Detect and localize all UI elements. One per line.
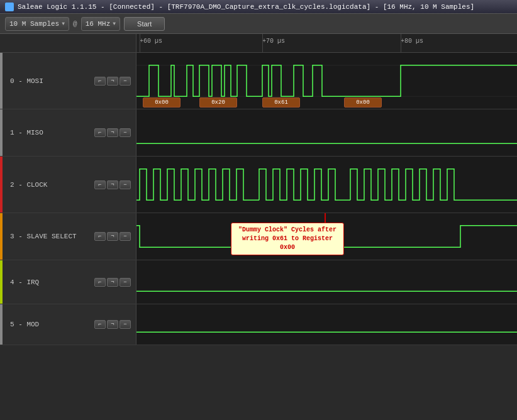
ctrl-fall-slave[interactable]: ¬ <box>107 232 118 241</box>
channel-controls-irq: ⌐ ¬ − <box>94 278 131 287</box>
annotation-text: "Dummy Clock" Cycles afterwriting 0x61 t… <box>238 226 336 251</box>
ctrl-minus-miso[interactable]: − <box>120 128 131 137</box>
color-bar-mosi <box>0 53 3 109</box>
freq-label: 16 MHz <box>86 20 111 28</box>
channel-wave-irq <box>136 260 517 304</box>
mosi-waveform <box>136 53 517 109</box>
time-label-80: +80 µs <box>401 38 423 45</box>
decode-mosi-0x20: 0x20 <box>199 97 237 108</box>
channel-row-irq: 4 - IRQ ⌐ ¬ − <box>0 260 517 304</box>
ctrl-fall-mosi[interactable]: ¬ <box>107 77 118 86</box>
ctrl-fall-clock[interactable]: ¬ <box>107 180 118 189</box>
channel-label-mod: 5 - MOD ⌐ ¬ − <box>0 304 136 345</box>
channel-wave-mosi: 0x00 0x20 0x61 0x00 <box>136 53 517 109</box>
color-bar-mod <box>0 304 3 345</box>
channel-name-mosi: 0 - MOSI <box>10 77 92 85</box>
channel-label-irq: 4 - IRQ ⌐ ¬ − <box>0 260 136 304</box>
color-bar-clock <box>0 157 3 213</box>
ctrl-rise-mod[interactable]: ⌐ <box>94 320 106 329</box>
title-text: Saleae Logic 1.1.15 - [Connected] - [TRF… <box>18 3 474 11</box>
channel-name-slave-select: 3 - SLAVE SELECT <box>10 233 92 240</box>
channel-name-mod: 5 - MOD <box>10 321 92 328</box>
freq-dropdown-arrow: ▼ <box>113 21 116 26</box>
channel-row-mod: 5 - MOD ⌐ ¬ − <box>0 304 517 345</box>
ctrl-minus-mod[interactable]: − <box>120 320 131 329</box>
irq-waveform <box>136 260 517 304</box>
channel-controls-mod: ⌐ ¬ − <box>94 320 131 329</box>
decode-mosi-0x00-2: 0x00 <box>344 97 382 108</box>
channel-label-slave-select: 3 - SLAVE SELECT ⌐ ¬ − <box>0 213 136 260</box>
samples-dropdown[interactable]: 10 M Samples ▼ <box>5 17 69 31</box>
start-button[interactable]: Start <box>124 17 165 31</box>
channel-label-mosi: 0 - MOSI ⌐ ¬ − <box>0 53 136 109</box>
miso-waveform <box>136 109 517 156</box>
channel-controls-mosi: ⌐ ¬ − <box>94 77 131 86</box>
timeline-header: +60 µs +70 µs +80 µs <box>136 34 517 53</box>
ctrl-fall-irq[interactable]: ¬ <box>107 278 118 287</box>
ctrl-minus-irq[interactable]: − <box>120 278 131 287</box>
channel-name-clock: 2 - CLOCK <box>10 181 92 189</box>
channel-wave-slave-select: "Dummy Clock" Cycles afterwriting 0x61 t… <box>136 213 517 260</box>
channel-label-clock: 2 - CLOCK ⌐ ¬ − <box>0 157 136 213</box>
ctrl-minus-clock[interactable]: − <box>120 180 131 189</box>
ctrl-fall-miso[interactable]: ¬ <box>107 128 118 137</box>
channel-controls-clock: ⌐ ¬ − <box>94 180 131 189</box>
ctrl-rise-mosi[interactable]: ⌐ <box>94 77 106 86</box>
title-bar: Saleae Logic 1.1.15 - [Connected] - [TRF… <box>0 0 517 14</box>
time-tick-80 <box>401 34 401 53</box>
channel-label-miso: 1 - MISO ⌐ ¬ − <box>0 109 136 156</box>
channel-wave-miso <box>136 109 517 156</box>
channels-container: 0 - MOSI ⌐ ¬ − 0x00 <box>0 53 517 420</box>
freq-dropdown[interactable]: 16 MHz ▼ <box>81 17 120 31</box>
ctrl-rise-clock[interactable]: ⌐ <box>94 180 106 189</box>
mod-waveform <box>136 304 517 345</box>
samples-dropdown-arrow: ▼ <box>62 21 65 26</box>
channel-name-miso: 1 - MISO <box>10 129 92 136</box>
ctrl-rise-slave[interactable]: ⌐ <box>94 232 106 241</box>
ctrl-minus-slave[interactable]: − <box>120 232 131 241</box>
time-tick-70 <box>262 34 263 53</box>
channel-controls-slave-select: ⌐ ¬ − <box>94 232 131 241</box>
channel-controls-miso: ⌐ ¬ − <box>94 128 131 137</box>
channel-row-mosi: 0 - MOSI ⌐ ¬ − 0x00 <box>0 53 517 109</box>
time-label-60: +60 µs <box>140 38 162 45</box>
at-symbol: @ <box>73 20 77 28</box>
ctrl-minus-mosi[interactable]: − <box>120 77 131 86</box>
color-bar-irq <box>0 260 3 304</box>
channel-row-miso: 1 - MISO ⌐ ¬ − <box>0 109 517 157</box>
main-area: 0 - MOSI ⌐ ¬ − 0x00 <box>0 53 517 420</box>
channel-name-irq: 4 - IRQ <box>10 279 92 286</box>
channel-wave-clock <box>136 157 517 213</box>
color-bar-slave-select <box>0 213 3 260</box>
clock-waveform <box>136 157 517 213</box>
color-bar-miso <box>0 109 3 156</box>
timeline-spacer <box>0 34 136 52</box>
channel-row-clock: 2 - CLOCK ⌐ ¬ − <box>0 157 517 213</box>
decode-mosi-0x00-1: 0x00 <box>143 97 181 108</box>
channel-row-slave-select: 3 - SLAVE SELECT ⌐ ¬ − "Dummy Clock" Cyc… <box>0 213 517 260</box>
ctrl-rise-irq[interactable]: ⌐ <box>94 278 106 287</box>
app-icon <box>5 3 14 11</box>
time-label-70: +70 µs <box>262 38 285 45</box>
time-tick-60 <box>140 34 140 53</box>
ctrl-rise-miso[interactable]: ⌐ <box>94 128 106 137</box>
toolbar: 10 M Samples ▼ @ 16 MHz ▼ Start <box>0 14 517 34</box>
annotation-dummy-clock: "Dummy Clock" Cycles afterwriting 0x61 t… <box>231 223 344 255</box>
samples-label: 10 M Samples <box>9 20 59 28</box>
decode-mosi-0x61: 0x61 <box>262 97 300 108</box>
channel-wave-mod <box>136 304 517 345</box>
ctrl-fall-mod[interactable]: ¬ <box>107 320 118 329</box>
